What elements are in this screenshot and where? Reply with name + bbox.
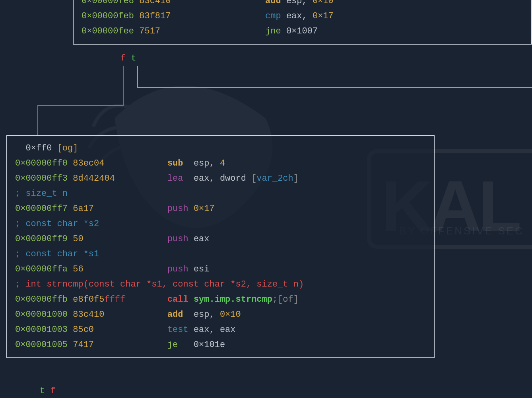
branch-labels: f t <box>120 51 136 66</box>
asm-instruction: 0×00001000 83c410 add esp, 0×10 <box>15 307 426 322</box>
asm-comment: ; const char *s1 <box>15 247 426 262</box>
asm-instruction: 0×00000ffb e8f0f5ffff call sym.imp.strnc… <box>15 292 426 307</box>
asm-instruction: 0×00000ff9 50 push eax <box>15 232 426 247</box>
asm-instruction: 0×00000feb 83f817 cmp eax, 0×17 <box>82 9 523 24</box>
asm-instruction: 0×00000ff3 8d442404 lea eax, dword [var_… <box>15 171 426 186</box>
asm-comment: ; int strncmp(const char *s1, const char… <box>15 277 426 292</box>
branch-false-label: f <box>120 53 126 63</box>
flow-edge-false <box>38 66 123 135</box>
branch-false-label-bottom: f <box>50 386 55 396</box>
disasm-block-bottom: 0×ff0 [og]0×00000ff0 83ec04 sub esp, 40×… <box>6 135 435 358</box>
asm-instruction: 0×00000ff0 83ec04 sub esp, 4 <box>15 156 426 171</box>
flow-edge-true <box>138 66 532 88</box>
branch-labels-bottom: t f <box>40 386 56 396</box>
asm-instruction: 0×00001003 85c0 test eax, eax <box>15 322 426 338</box>
block-header: 0×ff0 [og] <box>15 141 426 156</box>
asm-instruction: 0×00000fe8 83c410 add esp, 0×10 <box>82 0 523 9</box>
asm-instruction: 0×00000fee 7517 jne 0×1007 <box>82 24 523 39</box>
asm-instruction: 0×00000ffa 56 push esi <box>15 262 426 277</box>
disasm-block-top: 0×00000fe8 83c410 add esp, 0×100×00000fe… <box>73 0 532 45</box>
asm-comment: ; const char *s2 <box>15 217 426 232</box>
branch-true-label-bottom: t <box>40 386 45 396</box>
asm-comment: ; size_t n <box>15 186 426 201</box>
asm-instruction: 0×00000ff7 6a17 push 0×17 <box>15 201 426 217</box>
asm-instruction: 0×00001005 7417 je 0×101e <box>15 338 426 353</box>
branch-true-label: t <box>131 53 136 63</box>
